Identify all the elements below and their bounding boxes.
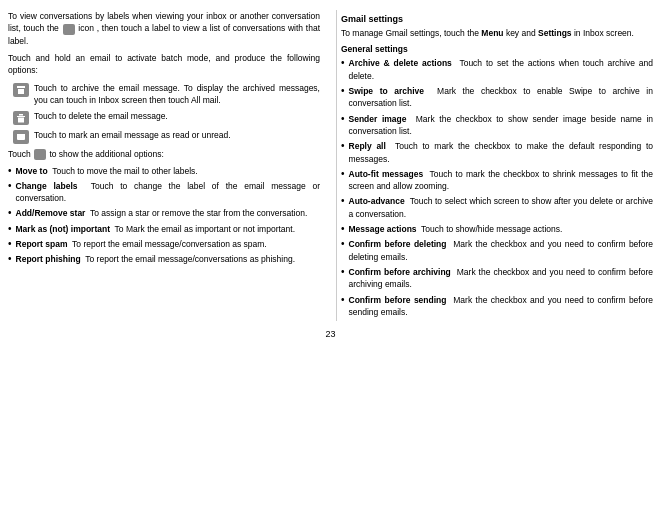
- svg-rect-3: [17, 116, 25, 117]
- delete-icon: [13, 111, 29, 125]
- report-spam-text: Report spam To report the email message/…: [16, 238, 267, 250]
- svg-rect-1: [18, 89, 24, 94]
- bullet-dot: •: [341, 266, 345, 278]
- left-column: To view conversations by labels when vie…: [8, 10, 324, 321]
- archive-icon-cell: [8, 82, 34, 97]
- report-spam-item: • Report spam To report the email messag…: [8, 238, 320, 250]
- bullet-dot: •: [341, 223, 345, 235]
- reply-all-item: • Reply all Touch to mark the checkbox t…: [341, 140, 653, 165]
- bullet-dot: •: [341, 85, 345, 97]
- svg-rect-2: [19, 114, 23, 116]
- bullet-dot: •: [341, 195, 345, 207]
- bullet-dot: •: [8, 253, 12, 265]
- archive-description: Touch to archive the email message. To d…: [34, 82, 320, 107]
- intro-text: To view conversations by labels when vie…: [8, 10, 320, 47]
- auto-advance-item: • Auto-advance Touch to select which scr…: [341, 195, 653, 220]
- page-number: 23: [8, 329, 653, 339]
- bullet-dot: •: [8, 207, 12, 219]
- more-options-icon: [34, 149, 46, 160]
- bullet-dot: •: [8, 180, 12, 192]
- report-phishing-text: Report phishing To report the email mess…: [16, 253, 296, 265]
- general-settings-title: General settings: [341, 44, 653, 54]
- confirm-delete-text: Confirm before deleting Mark the checkbo…: [349, 238, 653, 263]
- confirm-send-text: Confirm before sending Mark the checkbox…: [349, 294, 653, 319]
- confirm-archive-item: • Confirm before archiving Mark the chec…: [341, 266, 653, 291]
- delete-row: Touch to delete the email message.: [8, 110, 320, 125]
- confirm-send-item: • Confirm before sending Mark the checkb…: [341, 294, 653, 319]
- mark-important-item: • Mark as (not) important To Mark the em…: [8, 223, 320, 235]
- confirm-delete-item: • Confirm before deleting Mark the check…: [341, 238, 653, 263]
- confirm-archive-text: Confirm before archiving Mark the checkb…: [349, 266, 653, 291]
- gmail-settings-title: Gmail settings: [341, 14, 653, 24]
- archive-delete-text: Archive & delete actions Touch to set th…: [349, 57, 653, 82]
- change-labels-item: • Change labels Touch to change the labe…: [8, 180, 320, 205]
- delete-icon-cell: [8, 110, 34, 125]
- right-column: Gmail settings To manage Gmail settings,…: [336, 10, 653, 321]
- archive-icon: [13, 83, 29, 97]
- bullet-dot: •: [8, 165, 12, 177]
- archive-delete-item: • Archive & delete actions Touch to set …: [341, 57, 653, 82]
- sender-image-item: • Sender image Mark the checkbox to show…: [341, 113, 653, 138]
- svg-rect-0: [17, 86, 25, 88]
- add-remove-star-text: Add/Remove star To assign a star or remo…: [16, 207, 308, 219]
- mark-important-text: Mark as (not) important To Mark the emai…: [16, 223, 296, 235]
- auto-fit-item: • Auto-fit messages Touch to mark the ch…: [341, 168, 653, 193]
- svg-rect-4: [18, 118, 24, 123]
- bullet-dot: •: [8, 238, 12, 250]
- auto-advance-text: Auto-advance Touch to select which scree…: [349, 195, 653, 220]
- label-icon: [63, 24, 75, 35]
- add-remove-star-item: • Add/Remove star To assign a star or re…: [8, 207, 320, 219]
- read-unread-icon-cell: [8, 129, 34, 144]
- change-labels-text: Change labels Touch to change the label …: [16, 180, 320, 205]
- reply-all-text: Reply all Touch to mark the checkbox to …: [349, 140, 653, 165]
- sender-image-text: Sender image Mark the checkbox to show s…: [349, 113, 653, 138]
- bullet-dot: •: [8, 223, 12, 235]
- auto-fit-text: Auto-fit messages Touch to mark the chec…: [349, 168, 653, 193]
- read-unread-description: Touch to mark an email message as read o…: [34, 129, 320, 141]
- bullet-dot: •: [341, 168, 345, 180]
- move-to-item: • Move to Touch to move the mail to othe…: [8, 165, 320, 177]
- read-unread-row: Touch to mark an email message as read o…: [8, 129, 320, 144]
- message-actions-text: Message actions Touch to show/hide messa…: [349, 223, 563, 235]
- delete-description: Touch to delete the email message.: [34, 110, 320, 122]
- bullet-dot: •: [341, 140, 345, 152]
- report-phishing-item: • Report phishing To report the email me…: [8, 253, 320, 265]
- bullet-dot: •: [341, 57, 345, 69]
- bullet-dot: •: [341, 238, 345, 250]
- gmail-settings-intro: To manage Gmail settings, touch the Menu…: [341, 27, 653, 39]
- batch-mode-text: Touch and hold an email to activate batc…: [8, 52, 320, 77]
- read-unread-icon: [13, 130, 29, 144]
- message-actions-item: • Message actions Touch to show/hide mes…: [341, 223, 653, 235]
- touch-additional-line: Touch to show the additional options:: [8, 148, 320, 160]
- swipe-archive-text: Swipe to archive Mark the checkbox to en…: [349, 85, 653, 110]
- swipe-archive-item: • Swipe to archive Mark the checkbox to …: [341, 85, 653, 110]
- archive-row: Touch to archive the email message. To d…: [8, 82, 320, 107]
- move-to-text: Move to Touch to move the mail to other …: [16, 165, 198, 177]
- bullet-dot: •: [341, 294, 345, 306]
- bullet-dot: •: [341, 113, 345, 125]
- general-settings-list: • Archive & delete actions Touch to set …: [341, 57, 653, 318]
- options-list: • Move to Touch to move the mail to othe…: [8, 165, 320, 266]
